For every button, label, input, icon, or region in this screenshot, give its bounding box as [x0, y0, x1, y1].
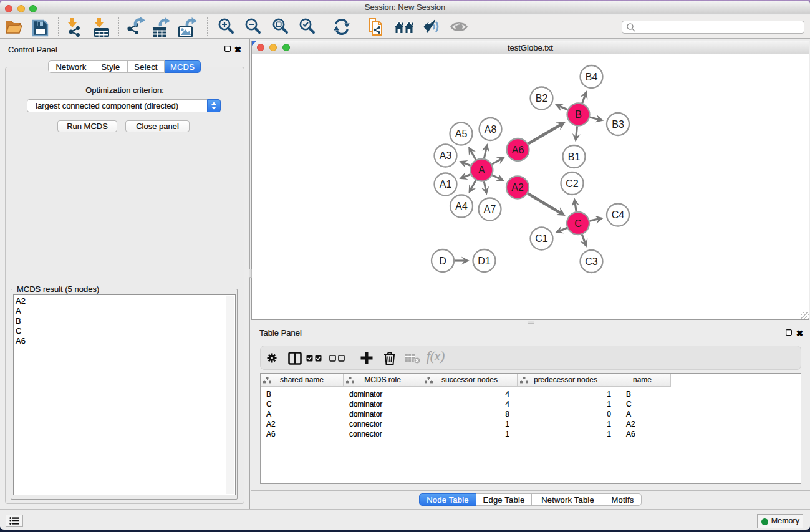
svg-text:A1: A1 [440, 179, 452, 190]
svg-text:C3: C3 [585, 256, 598, 267]
svg-text:A6: A6 [512, 145, 524, 155]
svg-text:B3: B3 [612, 119, 624, 130]
svg-text:A3: A3 [440, 150, 452, 161]
svg-text:B4: B4 [586, 72, 598, 82]
svg-text:D: D [439, 256, 446, 266]
svg-text:C4: C4 [612, 210, 625, 220]
svg-text:C: C [574, 218, 582, 229]
svg-text:A: A [478, 165, 485, 175]
svg-text:A5: A5 [455, 128, 468, 139]
svg-text:C2: C2 [566, 178, 579, 189]
svg-text:B1: B1 [568, 152, 581, 162]
svg-text:D1: D1 [478, 256, 491, 266]
svg-text:B: B [575, 109, 582, 120]
svg-text:A7: A7 [484, 204, 496, 215]
svg-text:A4: A4 [455, 201, 468, 211]
svg-text:A2: A2 [511, 182, 524, 193]
svg-text:A8: A8 [485, 124, 497, 135]
svg-text:C1: C1 [535, 233, 548, 244]
svg-text:B2: B2 [536, 93, 548, 104]
